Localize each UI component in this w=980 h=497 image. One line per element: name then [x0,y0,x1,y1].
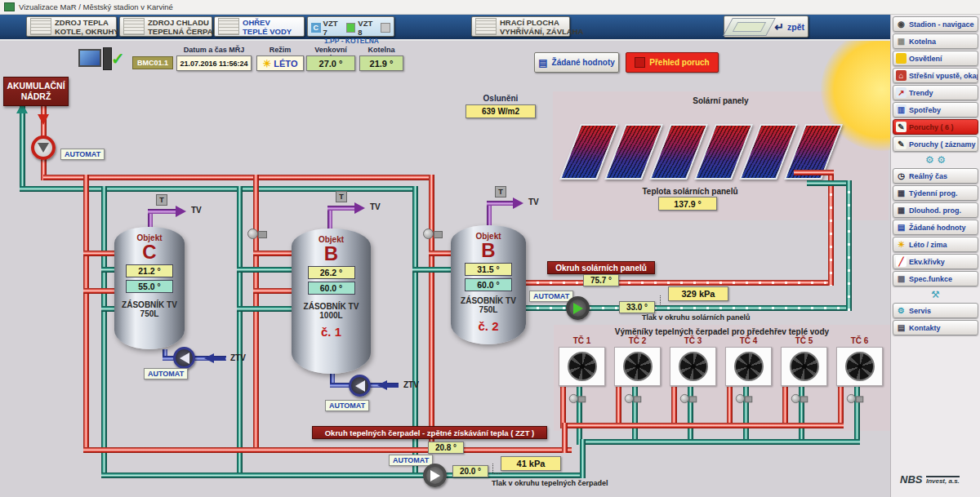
tank-letter: B [481,241,495,260]
fault-overview-button[interactable]: Přehled poruch [626,52,719,73]
sidebar-item-kontakty-icon: ▤ [896,322,906,333]
sidebar-item-ekv-krivky[interactable]: ╱Ekv.křivky [893,254,978,269]
sidebar-item-stadion-navigace[interactable]: ◉Stadion - navigace [893,16,978,32]
sidebar-item-trendy-label: Trendy [909,89,933,97]
nav-button-vzt[interactable]: C VZT 7 VZT 8 1.PP - KOTELNA [307,16,394,37]
tank-number: č. 2 [478,319,498,333]
pipe-teal-top-header [20,186,418,192]
solar-pressure-value: 329 kPa [668,286,728,301]
heat-pump-units: TČ 1TČ 2TČ 3TČ 4TČ 5TČ 6 [559,336,883,386]
stadium-back-button[interactable]: ↵ zpět [724,16,808,38]
sidebar-item-spec-funkce[interactable]: ▩Spec.funkce [893,271,978,286]
mode-value-box[interactable]: ☀ LÉTO [256,55,304,71]
mode-label: Režim [256,46,305,54]
sidebar-item-dlouhod-prog[interactable]: ▦Dlouhod. prog. [893,202,978,218]
automat-label[interactable]: AUTOMAT [529,291,573,302]
sidebar-item-zadane-hodnoty-label: Žádané hodnoty [909,224,966,232]
automat-label[interactable]: AUTOMAT [144,368,188,379]
sidebar-item-kontakty[interactable]: ▤Kontakty [893,320,978,335]
sidebar-item-spotreby[interactable]: ▥Spotřeby [893,102,978,118]
pipe-red-solar-supply [526,280,834,286]
ztv-arrow-shaft [387,384,399,388]
chiller-schematic-icon [123,18,145,35]
ztv-label: ZTV [403,380,419,389]
nav-button-zdroj-chladu[interactable]: ZDROJ CHLADUTEPELNÁ ČERPADLA [119,16,212,37]
solar-supply-temp: 75.7 ° [583,274,619,286]
ztv-pump[interactable] [173,347,195,369]
nav-button-hraci-plocha[interactable]: HRACÍ PLOCHAVYHŘÍVÁNÍ, ZÁVLAHA [471,16,570,37]
valve-icon [680,394,697,403]
sidebar-item-osvetleni[interactable]: Osvětlení [893,51,978,66]
gears-icon: ⚙ ⚙ [893,153,978,166]
sidebar-item-zadane-hodnoty-icon: ▤ [896,222,906,233]
pump-direction-icon [355,380,365,392]
pipe-tv [148,209,176,214]
pipe-teal-solar-riser [846,180,852,311]
pipe-tv [487,201,513,206]
storage-tank-b2: Objekt B 31.5 ° 60.0 ° ZÁSOBNÍK TV 750L … [451,225,526,344]
pipe-stub [253,288,296,294]
ztv-arrow [377,380,387,390]
ztv-pump[interactable] [349,375,371,397]
solar-temp-label: Teplota solárních panelů [604,187,776,196]
valve-icon [736,394,752,403]
sidebar-item-trendy[interactable]: ↗Trendy [893,85,978,100]
sidebar-item-realny-cas-icon: ◷ [896,171,906,181]
top-navigation-bar: ZDROJ TEPLAKOTLE, OKRUHY ÚT ZDROJ CHLADU… [0,14,890,41]
automat-label[interactable]: AUTOMAT [325,400,369,411]
sidebar-item-tydenni-prog-icon: ▦ [896,188,906,198]
pipe-teal-riser-a [101,186,107,478]
pipe-red-bottom-header [83,447,572,453]
sidebar-item-poruchy-label: Poruchy ( 6 ) [909,123,954,131]
datetime-value: 21.07.2016 11:56:24 [176,55,252,71]
sidebar-item-tydenni-prog[interactable]: ▦Týdenní prog. [893,185,978,201]
sidebar-item-zadane-hodnoty[interactable]: ▤Žádané hodnoty [893,220,978,235]
sidebar-item-stresni-vpuste-okapy[interactable]: ⌂Střešní vpustě, okapy [893,68,978,83]
sidebar-item-dlouhod-prog-icon: ▦ [896,205,906,215]
sidebar-item-stadion-navigace-label: Stadion - navigace [909,20,974,29]
tank-temp-top: 31.5 ° [465,263,512,276]
heat-pump-unit: TČ 2 [614,336,661,386]
vzt8-status-indicator [381,23,390,33]
monitor-icon [78,49,101,67]
boiler-room-temp-label: Kotelna [358,46,405,54]
sidebar-item-kotelna[interactable]: ▦Kotelna [893,33,978,49]
sidebar-item-realny-cas[interactable]: ◷Reálný čas [893,168,978,184]
boiler-room-temp-value: 21.9 ° [359,55,403,71]
pipe-hp-red-manifold [562,423,844,428]
sidebar-item-poruchy[interactable]: ✎Poruchy ( 6 ) [893,119,978,135]
accumulator-pump[interactable] [31,135,56,160]
scada-visualization-window: Vizualizace MaR / Městský stadion v Karv… [0,0,980,497]
ztv-arrow-shaft [214,357,225,361]
pipe-stub [237,267,296,273]
pipe-tv [487,202,492,227]
nav-button-zdroj-tepla[interactable]: ZDROJ TEPLAKOTLE, OKRUHY ÚT [26,16,117,37]
sidebar-item-leto-zima-label: Léto / zima [909,241,947,249]
sidebar-item-tydenni-prog-label: Týdenní prog. [909,189,958,197]
valve-icon [847,394,863,403]
sidebar-item-ekv-krivky-icon: ╱ [896,256,906,267]
nav-button-ohrev-teple-vody[interactable]: OHŘEVTEPLÉ VODY [214,16,305,37]
automat-label[interactable]: AUTOMAT [389,455,433,466]
sidebar-item-spec-funkce-label: Spec.funkce [909,275,952,283]
automat-label[interactable]: AUTOMAT [60,149,105,160]
pipe-hp-teal-drop [580,439,586,478]
outdoor-temp-value: 27.0 ° [306,55,355,71]
datetime-label: Datum a čas MŘJ [175,46,253,54]
solar-temp-value: 137.9 ° [658,197,717,211]
valve-icon [247,229,267,239]
dhw-schematic-icon [218,18,239,35]
setpoints-button[interactable]: ▤ Žádané hodnoty [534,52,619,73]
sidebar-item-servis[interactable]: ⚙Servis [893,303,978,318]
sidebar-item-leto-zima[interactable]: ☀Léto / zima [893,237,978,252]
sidebar-item-poruchy-zaznamy[interactable]: ✎Poruchy ( záznamy ) [893,136,978,152]
fan-icon [790,352,819,381]
heat-pump-label: TČ 6 [851,336,869,347]
zzt-pump[interactable] [423,464,447,487]
pump-direction-icon [430,470,440,481]
tv-label: TV [191,206,202,215]
sidebar-item-kotelna-label: Kotelna [909,38,936,46]
fan-icon [845,352,875,381]
solar-pump[interactable] [566,296,590,320]
pipe-teal-riser-b [237,186,243,478]
